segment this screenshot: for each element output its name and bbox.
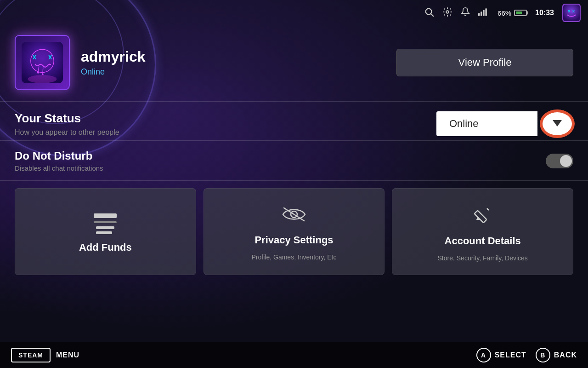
status-current-value: Online bbox=[436, 111, 537, 136]
svg-text:X: X bbox=[572, 9, 575, 13]
privacy-settings-title: Privacy Settings bbox=[254, 234, 333, 246]
select-key-label: A bbox=[481, 351, 486, 359]
svg-text:X: X bbox=[33, 54, 37, 61]
svg-marker-19 bbox=[553, 120, 562, 126]
profile-section: X X admyrick Online View Profile bbox=[15, 30, 573, 101]
svg-point-2 bbox=[446, 11, 449, 13]
svg-rect-3 bbox=[478, 13, 480, 16]
steam-button[interactable]: STEAM bbox=[11, 348, 51, 362]
account-details-title: Account Details bbox=[445, 235, 521, 247]
status-section: Your Status How you appear to other peop… bbox=[15, 102, 573, 140]
svg-point-17 bbox=[37, 71, 40, 74]
status-dropdown[interactable]: Online bbox=[436, 111, 573, 137]
back-key-label: B bbox=[540, 351, 545, 359]
account-details-icon bbox=[474, 205, 492, 228]
profile-avatar: X X bbox=[15, 35, 70, 90]
svg-point-18 bbox=[42, 73, 44, 75]
settings-icon[interactable] bbox=[442, 7, 452, 19]
divider-3 bbox=[0, 180, 588, 181]
cards-section: Add Funds Privacy Settings Profile, Game… bbox=[15, 188, 573, 275]
notification-icon[interactable] bbox=[461, 7, 470, 19]
back-action-label: BACK bbox=[554, 351, 577, 359]
topbar-avatar[interactable]: X X bbox=[562, 4, 581, 22]
svg-rect-5 bbox=[483, 10, 484, 16]
view-profile-button[interactable]: View Profile bbox=[396, 49, 573, 76]
privacy-settings-subtitle: Profile, Games, Inventory, Etc bbox=[252, 253, 337, 261]
svg-line-1 bbox=[431, 14, 433, 16]
svg-point-11 bbox=[28, 75, 57, 83]
svg-rect-6 bbox=[485, 8, 486, 16]
battery-icon bbox=[514, 10, 527, 16]
add-funds-card[interactable]: Add Funds bbox=[15, 188, 196, 275]
dnd-toggle[interactable] bbox=[546, 154, 573, 168]
status-left: Your Status How you appear to other peop… bbox=[15, 111, 436, 137]
back-key-circle: B bbox=[536, 348, 550, 362]
add-funds-title: Add Funds bbox=[79, 242, 132, 253]
dnd-section: Do Not Disturb Disables all chat notific… bbox=[15, 141, 573, 180]
steam-menu: STEAM MENU bbox=[11, 348, 79, 362]
bottom-bar: STEAM MENU A SELECT B BACK bbox=[0, 342, 588, 368]
toggle-thumb bbox=[560, 155, 572, 167]
time-label: 10:33 bbox=[535, 9, 554, 17]
menu-label: MENU bbox=[56, 351, 79, 359]
battery-section: 66% bbox=[498, 9, 527, 17]
select-action: A SELECT bbox=[476, 348, 526, 362]
search-icon[interactable] bbox=[424, 7, 434, 19]
dnd-label: Do Not Disturb bbox=[15, 150, 103, 162]
your-status-label: Your Status bbox=[15, 111, 436, 126]
dnd-sublabel: Disables all chat notifications bbox=[15, 164, 103, 172]
battery-percent-label: 66% bbox=[498, 9, 511, 17]
add-funds-icon bbox=[94, 213, 117, 234]
svg-rect-22 bbox=[474, 211, 486, 223]
profile-online-status: Online bbox=[81, 67, 385, 77]
back-action: B BACK bbox=[536, 348, 577, 362]
account-details-card[interactable]: Account Details Store, Security, Family,… bbox=[392, 188, 573, 275]
privacy-settings-card[interactable]: Privacy Settings Profile, Games, Invento… bbox=[204, 188, 385, 275]
svg-rect-4 bbox=[481, 12, 482, 16]
svg-line-16 bbox=[43, 68, 43, 74]
svg-point-12 bbox=[31, 49, 54, 72]
profile-info: admyrick Online bbox=[81, 48, 385, 77]
svg-rect-7 bbox=[563, 5, 580, 21]
privacy-settings-icon bbox=[282, 206, 306, 227]
topbar: 66% 10:33 X X bbox=[0, 0, 588, 26]
account-details-subtitle: Store, Security, Family, Devices bbox=[438, 254, 528, 262]
dnd-left: Do Not Disturb Disables all chat notific… bbox=[15, 150, 103, 172]
svg-text:X: X bbox=[568, 9, 571, 13]
svg-text:X: X bbox=[48, 54, 52, 61]
status-description: How you appear to other people bbox=[15, 128, 436, 137]
select-key-circle: A bbox=[476, 348, 491, 362]
bottom-actions: A SELECT B BACK bbox=[476, 348, 577, 362]
status-dropdown-chevron[interactable] bbox=[541, 111, 573, 137]
signal-icon bbox=[478, 8, 489, 18]
select-action-label: SELECT bbox=[495, 351, 526, 359]
main-content: X X admyrick Online View Profile Your St… bbox=[0, 26, 588, 275]
profile-username: admyrick bbox=[81, 48, 385, 65]
